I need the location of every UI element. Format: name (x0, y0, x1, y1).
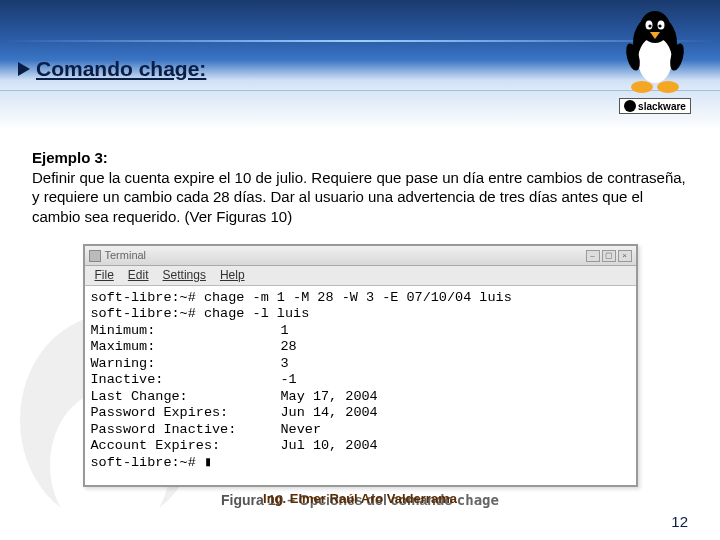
field-value: -1 (281, 372, 297, 388)
brand-icon (624, 100, 636, 112)
svg-point-10 (631, 81, 653, 93)
svg-point-11 (657, 81, 679, 93)
svg-point-8 (658, 24, 661, 27)
terminal-output: soft-libre:~# chage -m 1 -M 28 -W 3 -E 0… (85, 286, 636, 485)
mascot-logo: slackware (610, 5, 700, 125)
term-line: soft-libre:~# chage -m 1 -M 28 -W 3 -E 0… (91, 290, 512, 305)
field-label: Last Change: (91, 389, 281, 405)
svg-point-3 (638, 37, 672, 83)
title-text: Comando chage: (36, 57, 206, 81)
window-app-icon (89, 250, 101, 262)
field-label: Inactive: (91, 372, 281, 388)
menu-edit[interactable]: Edit (128, 268, 149, 284)
term-line: soft-libre:~# chage -l luis (91, 306, 310, 321)
field-value: May 17, 2004 (281, 389, 378, 405)
example-label: Ejemplo 3: (32, 149, 108, 166)
menu-file[interactable]: File (95, 268, 114, 284)
term-prompt: soft-libre:~# ▮ (91, 455, 213, 470)
menu-settings[interactable]: Settings (163, 268, 206, 284)
field-label: Account Expires: (91, 438, 281, 454)
window-titlebar: Terminal – ▢ × (85, 246, 636, 266)
slide: slackware Comando chage: Ejemplo 3: Defi… (0, 0, 720, 540)
terminal-window: Terminal – ▢ × File Edit Settings Help s… (83, 244, 638, 487)
bullet-icon (18, 62, 30, 76)
field-value: Jul 10, 2004 (281, 438, 378, 454)
page-number: 12 (671, 513, 688, 530)
svg-point-7 (648, 24, 651, 27)
caption-command: chage (457, 492, 499, 508)
brand-badge: slackware (619, 98, 691, 114)
field-label: Password Inactive: (91, 422, 281, 438)
field-label: Warning: (91, 356, 281, 372)
window-title: Terminal (105, 248, 586, 262)
field-label: Password Expires: (91, 405, 281, 421)
field-value: 3 (281, 356, 289, 372)
example-text: Definir que la cuenta expire el 10 de ju… (32, 169, 686, 225)
slide-title: Comando chage: (18, 57, 206, 81)
slide-body: Ejemplo 3: Definir que la cuenta expire … (32, 148, 688, 509)
minimize-button[interactable]: – (586, 250, 600, 262)
figure-caption: Figura 10 – Opciones del comando chage I… (32, 491, 688, 509)
menu-help[interactable]: Help (220, 268, 245, 284)
field-label: Maximum: (91, 339, 281, 355)
field-value: Jun 14, 2004 (281, 405, 378, 421)
field-value: Never (281, 422, 322, 438)
author-credit: Ing. Elmer Raúl Aro Valderrama (263, 491, 457, 508)
field-label: Minimum: (91, 323, 281, 339)
window-menubar: File Edit Settings Help (85, 266, 636, 286)
maximize-button[interactable]: ▢ (602, 250, 616, 262)
field-value: 1 (281, 323, 289, 339)
brand-text: slackware (638, 101, 686, 112)
field-value: 28 (281, 339, 297, 355)
close-button[interactable]: × (618, 250, 632, 262)
